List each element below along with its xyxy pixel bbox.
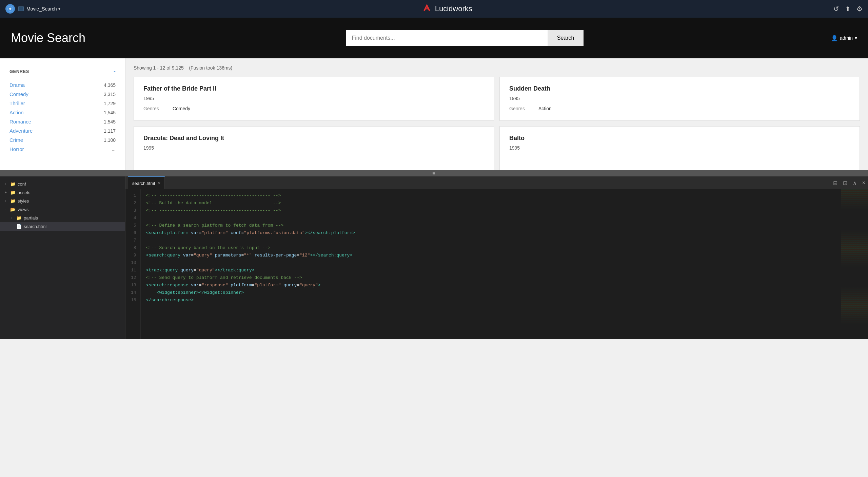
tree-item-views[interactable]: - 📂 views bbox=[0, 205, 125, 214]
list-item: Adventure 1,117 bbox=[9, 126, 116, 135]
result-title: Father of the Bride Part II bbox=[143, 85, 484, 92]
expand-icon: - bbox=[3, 208, 8, 211]
genre-crime-count: 1,100 bbox=[104, 137, 116, 143]
genre-thriller-count: 1,729 bbox=[104, 101, 116, 106]
genre-drama-count: 4,365 bbox=[104, 82, 116, 88]
folder-icon: 📂 bbox=[10, 207, 16, 212]
tree-item-label: search.html bbox=[24, 224, 46, 229]
tree-item-assets[interactable]: + 📁 assets bbox=[0, 188, 125, 197]
sidebar: GENRES - Drama 4,365 Comedy 3,315 Thrill… bbox=[0, 58, 125, 170]
result-year: 1995 bbox=[509, 145, 850, 151]
code-lines: <!-- -----------------------------------… bbox=[141, 189, 841, 339]
genre-action-link[interactable]: Action bbox=[9, 110, 24, 115]
tab-close-button[interactable]: × bbox=[158, 180, 160, 186]
genre-adventure-link[interactable]: Adventure bbox=[9, 128, 33, 134]
result-year: 1995 bbox=[143, 145, 484, 151]
tree-item-label: partials bbox=[24, 215, 38, 221]
app-name-label: Movie_Search bbox=[26, 6, 57, 12]
tree-item-search-html[interactable]: 📄 search.html bbox=[0, 222, 125, 231]
result-card: Sudden Death 1995 Genres Action bbox=[499, 77, 860, 121]
tree-item-styles[interactable]: + 📁 styles bbox=[0, 197, 125, 205]
tree-item-conf[interactable]: + 📁 conf bbox=[0, 180, 125, 188]
tree-item-partials[interactable]: + 📁 partials bbox=[0, 214, 125, 222]
upload-icon[interactable]: ⬆ bbox=[845, 5, 850, 13]
search-button[interactable]: Search bbox=[548, 30, 584, 46]
genre-crime-link[interactable]: Crime bbox=[9, 137, 23, 143]
expand-icon: + bbox=[3, 199, 8, 203]
tree-item-label: views bbox=[18, 207, 29, 212]
nav-left: Movie_Search ▾ bbox=[5, 4, 60, 14]
expand-icon bbox=[9, 225, 14, 228]
results-area: Showing 1 - 12 of 9,125 (Fusion took 136… bbox=[125, 58, 868, 170]
genre-romance-link[interactable]: Romance bbox=[9, 119, 31, 125]
list-item: Thriller 1,729 bbox=[9, 99, 116, 108]
results-grid: Father of the Bride Part II 1995 Genres … bbox=[134, 77, 860, 170]
results-meta: Showing 1 - 12 of 9,125 (Fusion took 136… bbox=[134, 65, 860, 71]
nav-right: ↺ ⬆ ⚙ bbox=[833, 5, 863, 13]
brand-name: Lucidworks bbox=[435, 4, 472, 13]
genres-section-header: GENRES - bbox=[9, 68, 116, 75]
result-meta-row: Genres Comedy bbox=[143, 106, 484, 111]
editor-actions: ⊟ ⊡ ∧ × bbox=[833, 180, 865, 186]
line-numbers: 1 2 3 4 5 6 7 8 9 10 11 12 13 14 15 bbox=[125, 189, 141, 339]
svg-rect-2 bbox=[19, 7, 23, 11]
tab-label: search.html bbox=[132, 181, 155, 186]
result-title: Sudden Death bbox=[509, 85, 850, 92]
close-editor-icon[interactable]: × bbox=[862, 180, 865, 186]
collapse-editor-icon[interactable]: ∧ bbox=[853, 180, 857, 186]
admin-user-icon: 👤 bbox=[831, 35, 838, 41]
code-minimap bbox=[841, 189, 868, 339]
folder-icon: 📁 bbox=[10, 182, 16, 187]
result-card: Balto 1995 bbox=[499, 126, 860, 170]
tree-item-label: styles bbox=[18, 198, 29, 204]
genre-action-count: 1,545 bbox=[104, 110, 116, 115]
expand-icon: + bbox=[3, 191, 8, 194]
editor-tabs-list: search.html × bbox=[128, 176, 165, 189]
admin-menu[interactable]: 👤 admin ▾ bbox=[831, 35, 857, 41]
copy-file-icon[interactable]: ⊡ bbox=[843, 180, 847, 186]
app-icon[interactable] bbox=[5, 4, 15, 14]
nav-dropdown-icon[interactable]: ▾ bbox=[58, 6, 60, 11]
bottom-panel: + 📁 conf + 📁 assets + 📁 styles - 📂 views… bbox=[0, 176, 868, 339]
divider-icon: ≡ bbox=[432, 171, 436, 176]
expand-icon: + bbox=[3, 182, 8, 186]
result-year: 1995 bbox=[143, 96, 484, 101]
genre-value: Action bbox=[538, 106, 552, 111]
result-card: Dracula: Dead and Loving It 1995 bbox=[134, 126, 494, 170]
genre-horror-count: ... bbox=[112, 147, 116, 152]
file-icon: 📄 bbox=[16, 224, 22, 229]
genre-drama-link[interactable]: Drama bbox=[9, 82, 25, 88]
tree-item-label: assets bbox=[18, 190, 31, 195]
results-count: Showing 1 - 12 of 9,125 bbox=[134, 65, 184, 71]
tree-item-label: conf bbox=[18, 182, 26, 187]
list-item: Action 1,545 bbox=[9, 108, 116, 117]
genre-value: Comedy bbox=[173, 106, 190, 111]
result-year: 1995 bbox=[509, 96, 850, 101]
tab-search-html[interactable]: search.html × bbox=[128, 176, 165, 189]
folder-icon: 📁 bbox=[10, 190, 16, 195]
genre-comedy-link[interactable]: Comedy bbox=[9, 91, 28, 97]
search-input[interactable] bbox=[346, 30, 547, 46]
result-title: Dracula: Dead and Loving It bbox=[143, 135, 484, 142]
result-meta-row: Genres Action bbox=[509, 106, 850, 111]
save-file-icon[interactable]: ⊟ bbox=[833, 180, 837, 186]
result-card: Father of the Bride Part II 1995 Genres … bbox=[134, 77, 494, 121]
genres-collapse-button[interactable]: - bbox=[114, 68, 116, 75]
nav-center: Lucidworks bbox=[421, 4, 472, 14]
genre-horror-link[interactable]: Horror bbox=[9, 146, 24, 152]
admin-label: admin bbox=[840, 35, 853, 41]
genre-list: Drama 4,365 Comedy 3,315 Thriller 1,729 … bbox=[9, 80, 116, 154]
expand-icon: + bbox=[9, 216, 14, 220]
genres-title: GENRES bbox=[9, 69, 29, 74]
genre-label: Genres bbox=[509, 106, 525, 111]
list-item: Horror ... bbox=[9, 145, 116, 154]
genre-adventure-count: 1,117 bbox=[104, 128, 116, 134]
refresh-icon[interactable]: ↺ bbox=[833, 5, 839, 13]
genre-thriller-link[interactable]: Thriller bbox=[9, 100, 25, 106]
settings-icon[interactable]: ⚙ bbox=[856, 5, 863, 13]
app-name-display[interactable]: Movie_Search ▾ bbox=[18, 6, 60, 12]
list-item: Drama 4,365 bbox=[9, 80, 116, 90]
panel-divider[interactable]: ≡ bbox=[0, 170, 868, 176]
genre-romance-count: 1,545 bbox=[104, 119, 116, 125]
list-item: Comedy 3,315 bbox=[9, 90, 116, 99]
